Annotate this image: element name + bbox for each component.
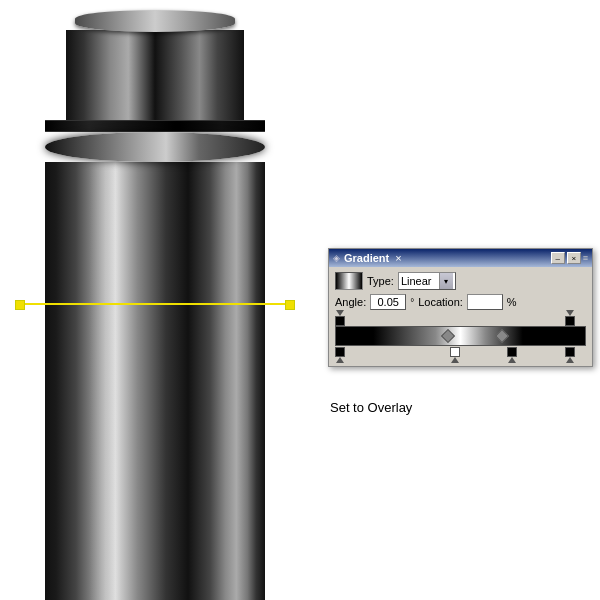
stop-color-box (565, 347, 575, 357)
opacity-stop-0[interactable] (335, 310, 345, 326)
stop-color-box (565, 316, 575, 326)
panel-title: Gradient (344, 252, 389, 264)
cylinder-object (45, 10, 265, 600)
stop-color-box (450, 347, 460, 357)
type-label: Type: (367, 275, 394, 287)
opacity-stop-100[interactable] (565, 310, 575, 326)
dropdown-arrow-icon[interactable]: ▾ (439, 273, 453, 289)
cylinder-ellipse-top (45, 132, 265, 162)
gradient-bar[interactable] (335, 326, 586, 346)
cylinder-top-cap (75, 10, 235, 32)
color-stop-75[interactable] (507, 347, 517, 363)
stop-color-box (335, 316, 345, 326)
color-stops-row (335, 347, 586, 361)
canvas-area (0, 0, 310, 600)
close-button[interactable]: × (567, 252, 581, 264)
color-stop-100[interactable] (565, 347, 575, 363)
gradient-bar-container[interactable] (335, 326, 586, 346)
title-left: ◈ Gradient × (333, 252, 402, 264)
location-input[interactable] (467, 294, 503, 310)
overlay-hint-text: Set to Overlay (330, 400, 412, 415)
stop-color-box (335, 347, 345, 357)
angle-input[interactable] (370, 294, 406, 310)
color-stop-0[interactable] (335, 347, 345, 363)
panel-menu-icon[interactable]: ≡ (583, 253, 588, 263)
selection-indicator-line (15, 303, 295, 305)
window-controls: – × ≡ (551, 252, 588, 264)
stop-arrow-icon (566, 357, 574, 363)
stop-color-box (507, 347, 517, 357)
stop-arrow-icon (451, 357, 459, 363)
panel-tab-label: × (395, 252, 401, 264)
type-row: Type: Linear ▾ (335, 272, 586, 290)
panel-body: Type: Linear ▾ Angle: ° Location: % (329, 267, 592, 366)
opacity-stops-row (335, 314, 586, 326)
type-dropdown[interactable]: Linear ▾ (398, 272, 456, 290)
angle-location-row: Angle: ° Location: % (335, 294, 586, 310)
cylinder-lower-body (45, 162, 265, 600)
type-dropdown-value: Linear (401, 275, 437, 287)
stop-arrow-icon (508, 357, 516, 363)
minimize-button[interactable]: – (551, 252, 565, 264)
color-stop-50[interactable] (450, 347, 460, 363)
gradient-editor (335, 314, 586, 361)
cylinder-groove (45, 120, 265, 132)
stop-arrow-icon (336, 357, 344, 363)
angle-label: Angle: (335, 296, 366, 308)
cylinder-upper-body (66, 30, 244, 120)
degree-symbol: ° (410, 297, 414, 308)
gradient-panel: ◈ Gradient × – × ≡ Type: Linear ▾ Angle:… (328, 248, 593, 367)
location-label: Location: (418, 296, 463, 308)
location-unit: % (507, 296, 517, 308)
gradient-preview-thumbnail[interactable] (335, 272, 363, 290)
gradient-panel-icon: ◈ (333, 253, 340, 263)
panel-titlebar: ◈ Gradient × – × ≡ (329, 249, 592, 267)
